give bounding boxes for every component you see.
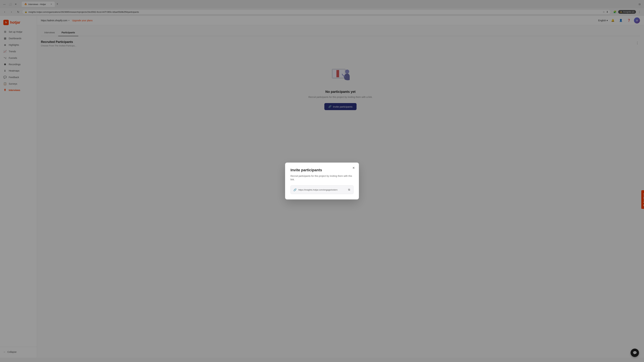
- invite-link-text: https://insights.hotjar.com/engage/exter…: [298, 189, 346, 191]
- invite-participants-modal: ✕ Invite participants Recruit participan…: [285, 163, 359, 199]
- copy-icon: ⧉: [348, 188, 350, 191]
- modal-close-button[interactable]: ✕: [351, 165, 356, 171]
- modal-title: Invite participants: [290, 168, 354, 172]
- copy-link-button[interactable]: ⧉: [348, 188, 351, 192]
- invite-link-box: 🔗 https://insights.hotjar.com/engage/ext…: [290, 185, 354, 194]
- modal-description: Recruit participants for this project by…: [290, 174, 354, 181]
- modal-overlay[interactable]: ✕ Invite participants Recruit participan…: [0, 0, 644, 358]
- modal-close-icon: ✕: [352, 166, 355, 170]
- link-icon: 🔗: [293, 188, 297, 191]
